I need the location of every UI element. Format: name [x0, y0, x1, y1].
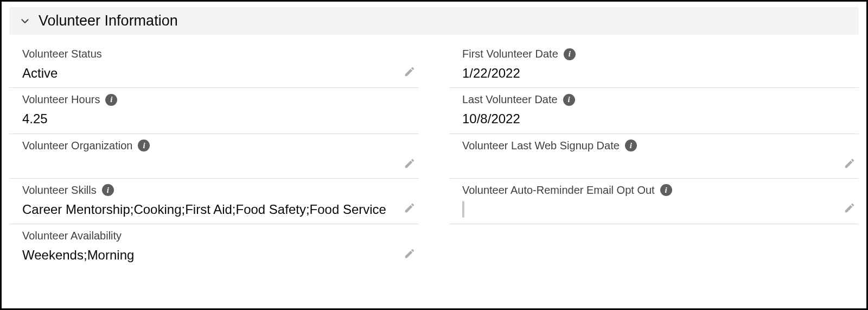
field-volunteer-skills: Volunteer Skills i Career Mentorship;Coo…: [9, 179, 419, 224]
info-icon[interactable]: i: [625, 140, 637, 151]
info-icon[interactable]: i: [564, 48, 576, 60]
field-volunteer-organization: Volunteer Organization i: [9, 134, 419, 179]
field-value: 1/22/2022: [462, 65, 526, 82]
field-last-web-signup-date: Volunteer Last Web Signup Date i: [449, 134, 859, 179]
section-header[interactable]: Volunteer Information: [9, 7, 859, 35]
pencil-icon[interactable]: [844, 202, 856, 214]
field-value: Active: [22, 65, 63, 82]
field-label: Volunteer Availability: [22, 230, 122, 242]
column-right: First Volunteer Date i 1/22/2022 Last Vo…: [449, 42, 859, 270]
info-icon[interactable]: i: [660, 184, 672, 196]
pencil-icon[interactable]: [404, 202, 416, 214]
field-first-volunteer-date: First Volunteer Date i 1/22/2022: [449, 42, 859, 88]
field-volunteer-availability: Volunteer Availability Weekends;Morning: [9, 224, 419, 269]
info-icon[interactable]: i: [102, 184, 114, 196]
pencil-icon[interactable]: [844, 157, 856, 169]
info-icon[interactable]: i: [138, 140, 150, 151]
field-last-volunteer-date: Last Volunteer Date i 10/8/2022: [449, 88, 859, 134]
pencil-icon[interactable]: [404, 157, 416, 169]
field-value: 4.25: [22, 110, 53, 128]
field-value: [462, 201, 470, 218]
field-auto-reminder-opt-out: Volunteer Auto-Reminder Email Opt Out i: [449, 179, 859, 224]
column-left: Volunteer Status Active Volunteer Hours …: [9, 42, 419, 270]
field-label: Volunteer Last Web Signup Date: [462, 140, 620, 152]
field-label: Volunteer Hours: [22, 93, 100, 106]
field-label: Last Volunteer Date: [462, 93, 558, 106]
checkbox-opt-out[interactable]: [462, 201, 464, 218]
pencil-icon[interactable]: [404, 248, 416, 260]
field-label: First Volunteer Date: [462, 48, 558, 60]
section-title: Volunteer Information: [39, 12, 178, 29]
field-label: Volunteer Skills: [22, 184, 97, 197]
chevron-down-icon: [19, 15, 31, 27]
pencil-icon[interactable]: [404, 66, 416, 78]
info-icon[interactable]: i: [563, 94, 575, 106]
field-volunteer-status: Volunteer Status Active: [9, 42, 419, 88]
info-icon[interactable]: i: [105, 94, 117, 106]
field-value: Career Mentorship;Cooking;First Aid;Food…: [22, 201, 392, 218]
field-label: Volunteer Organization: [22, 140, 132, 152]
field-label: Volunteer Status: [22, 48, 102, 60]
field-volunteer-hours: Volunteer Hours i 4.25: [9, 88, 419, 134]
field-label: Volunteer Auto-Reminder Email Opt Out: [462, 184, 655, 197]
field-value: 10/8/2022: [462, 110, 526, 128]
field-value: Weekends;Morning: [22, 246, 139, 264]
